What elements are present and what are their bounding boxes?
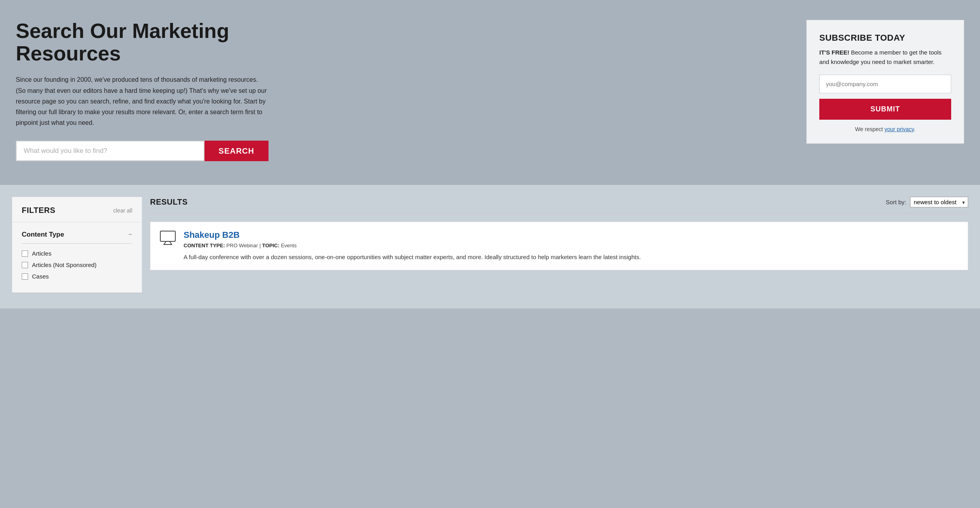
subscribe-title: SUBSCRIBE TODAY: [819, 33, 951, 43]
results-header: RESULTS Sort by: newest to oldest oldest…: [150, 197, 968, 214]
filter-option-articles-not-sponsored: Articles (Not Sponsored): [22, 262, 132, 268]
articles-checkbox[interactable]: [22, 250, 28, 257]
filters-body: Content Type − Articles Articles (Not Sp…: [12, 222, 142, 292]
filter-option-articles: Articles: [22, 250, 132, 257]
privacy-notice: We respect your privacy.: [819, 126, 951, 132]
topic-meta-value: Events: [281, 243, 297, 248]
svg-line-1: [164, 242, 166, 245]
filters-panel: FILTERS clear all Content Type − Article…: [12, 197, 142, 293]
svg-rect-0: [160, 231, 175, 241]
result-content: Shakeup B2B CONTENT TYPE: PRO Webinar | …: [184, 230, 958, 262]
hero-left: Search Our Marketing Resources Since our…: [16, 20, 268, 161]
privacy-text-prefix: We respect: [855, 126, 884, 132]
articles-not-sponsored-checkbox[interactable]: [22, 262, 28, 268]
sort-label: Sort by:: [886, 199, 906, 205]
results-title: RESULTS: [150, 198, 188, 207]
email-input[interactable]: [819, 75, 951, 93]
filters-title: FILTERS: [22, 206, 55, 215]
articles-not-sponsored-label: Articles (Not Sponsored): [32, 262, 96, 268]
results-panel: RESULTS Sort by: newest to oldest oldest…: [150, 197, 968, 277]
meta-separator: |: [259, 243, 262, 248]
search-input[interactable]: [16, 141, 205, 161]
result-description: A full-day conference with over a dozen …: [184, 252, 958, 262]
page-title: Search Our Marketing Resources: [16, 20, 268, 65]
search-bar: SEARCH: [16, 141, 268, 161]
cases-checkbox[interactable]: [22, 273, 28, 280]
clear-all-button[interactable]: clear all: [113, 207, 132, 214]
sort-container: Sort by: newest to oldest oldest to newe…: [886, 197, 968, 207]
collapse-icon[interactable]: −: [128, 230, 132, 239]
filter-option-cases: Cases: [22, 273, 132, 280]
privacy-link[interactable]: your privacy: [884, 126, 914, 132]
content-type-section-header: Content Type −: [22, 230, 132, 244]
result-meta: CONTENT TYPE: PRO Webinar | TOPIC: Event…: [184, 243, 958, 248]
subscribe-box: SUBSCRIBE TODAY IT'S FREE! Become a memb…: [806, 20, 964, 144]
content-type-label: Content Type: [22, 231, 64, 239]
bottom-section: FILTERS clear all Content Type − Article…: [0, 185, 980, 309]
subscribe-description: IT'S FREE! Become a member to get the to…: [819, 48, 951, 67]
cases-label: Cases: [32, 273, 49, 280]
svg-line-2: [170, 242, 172, 245]
content-type-meta-value: PRO Webinar: [226, 243, 258, 248]
submit-button[interactable]: SUBMIT: [819, 99, 951, 120]
webinar-icon: [160, 231, 176, 248]
search-button[interactable]: SEARCH: [205, 141, 268, 161]
result-title-link[interactable]: Shakeup B2B: [184, 230, 958, 240]
sort-select[interactable]: newest to oldest oldest to newest releva…: [910, 197, 968, 207]
subscribe-free-label: IT'S FREE!: [819, 49, 849, 56]
hero-section: Search Our Marketing Resources Since our…: [0, 0, 980, 185]
articles-label: Articles: [32, 250, 51, 257]
filters-header: FILTERS clear all: [12, 197, 142, 222]
content-type-meta-label: CONTENT TYPE:: [184, 243, 225, 248]
hero-description: Since our founding in 2000, we've produc…: [16, 74, 268, 128]
topic-meta-label: TOPIC:: [262, 243, 280, 248]
sort-select-wrapper: newest to oldest oldest to newest releva…: [910, 197, 968, 207]
privacy-text-suffix: .: [914, 126, 915, 132]
result-item: Shakeup B2B CONTENT TYPE: PRO Webinar | …: [150, 222, 968, 270]
